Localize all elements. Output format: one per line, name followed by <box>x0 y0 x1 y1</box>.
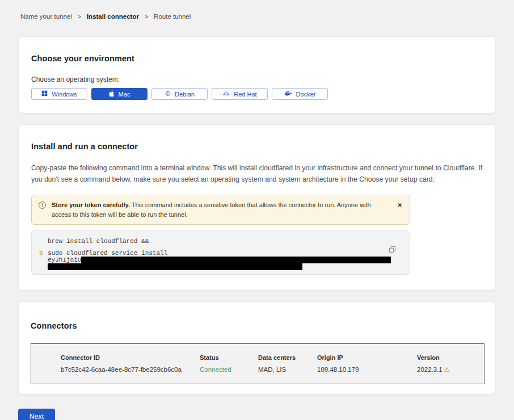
connectors-table: Connector ID Status Data centers Origin … <box>31 343 484 384</box>
os-button-mac[interactable]: Mac <box>91 88 148 100</box>
breadcrumb-install-connector[interactable]: Install connector <box>87 13 139 20</box>
command-group: $ sudo cloudflared service install eyJhI… <box>48 250 394 270</box>
token-prefix: eyJhIjoiO <box>48 257 81 263</box>
table-row: b7c52c42-6caa-48ee-8c77-fbe259cb6c0a Con… <box>61 366 484 373</box>
connectors-card-title: Connectors <box>31 321 483 330</box>
os-select-label: Choose an operating system: <box>31 75 483 83</box>
connector-id-value: b7c52c42-6caa-48ee-8c77-fbe259cb6c0a <box>61 366 200 373</box>
breadcrumb: Name your tunnel > Install connector > R… <box>0 0 514 20</box>
os-button-windows[interactable]: Windows <box>31 88 87 100</box>
connectors-table-header: Connector ID Status Data centers Origin … <box>61 354 484 361</box>
os-button-label: Windows <box>52 91 77 98</box>
debian-icon <box>165 90 171 98</box>
install-card: Install and run a connector Copy-paste t… <box>18 124 496 291</box>
shell-prompt: $ <box>39 250 43 257</box>
os-button-redhat[interactable]: Red Hat <box>212 88 268 100</box>
alert-icon: ! <box>39 201 46 209</box>
warning-triangle-icon: ⚠ <box>444 366 450 373</box>
os-button-debian[interactable]: Debian <box>151 88 208 100</box>
breadcrumb-separator: > <box>145 13 148 20</box>
column-status: Status <box>200 354 258 361</box>
data-centers-value: MAD, LIS <box>258 366 317 373</box>
docker-icon <box>284 90 292 98</box>
os-button-label: Mac <box>119 91 130 98</box>
token-warning-title: Store your token carefully. <box>52 201 130 208</box>
token-warning-banner: ! Store your token carefully. This comma… <box>31 195 410 225</box>
version-number: 2022.3.1 <box>417 366 443 373</box>
command-line-1: brew install cloudflared && <box>48 238 394 245</box>
environment-card-title: Choose your environment <box>31 54 483 63</box>
os-button-docker[interactable]: Docker <box>272 88 328 100</box>
token-warning-text: Store your token carefully. This command… <box>52 200 387 219</box>
origin-ip-value: 109.48.10.179 <box>317 366 417 373</box>
redacted-token-bar <box>81 257 391 263</box>
column-origin-ip: Origin IP <box>317 354 417 361</box>
os-button-label: Debian <box>175 91 195 98</box>
install-card-title: Install and run a connector <box>31 142 483 151</box>
os-button-label: Red Hat <box>234 91 256 98</box>
os-button-label: Docker <box>296 91 316 98</box>
status-badge: Connected <box>200 366 258 373</box>
os-button-group: Windows Mac Debian Red Hat Docker <box>31 88 483 100</box>
breadcrumb-separator: > <box>78 13 81 20</box>
token-line: eyJhIjoiO <box>48 257 394 263</box>
column-connector-id: Connector ID <box>61 354 200 361</box>
windows-icon <box>41 90 48 98</box>
redhat-icon <box>222 90 230 98</box>
breadcrumb-name-your-tunnel[interactable]: Name your tunnel <box>20 13 72 20</box>
close-icon[interactable]: ✕ <box>398 203 402 208</box>
column-data-centers: Data centers <box>258 354 317 361</box>
command-line-2: sudo cloudflared service install <box>48 250 394 257</box>
command-code-block: brew install cloudflared && $ sudo cloud… <box>31 230 410 275</box>
install-description: Copy-paste the following command into a … <box>31 162 483 185</box>
breadcrumb-route-tunnel[interactable]: Route tunnel <box>154 13 191 20</box>
column-version: Version <box>417 354 440 361</box>
redacted-token-bar <box>48 263 302 270</box>
apple-icon <box>109 90 115 98</box>
version-value: 2022.3.1⚠ <box>417 366 450 373</box>
connectors-card: Connectors Connector ID Status Data cent… <box>18 301 496 394</box>
environment-card: Choose your environment Choose an operat… <box>18 36 496 114</box>
copy-icon[interactable] <box>389 246 396 255</box>
next-button[interactable]: Next <box>18 409 55 420</box>
